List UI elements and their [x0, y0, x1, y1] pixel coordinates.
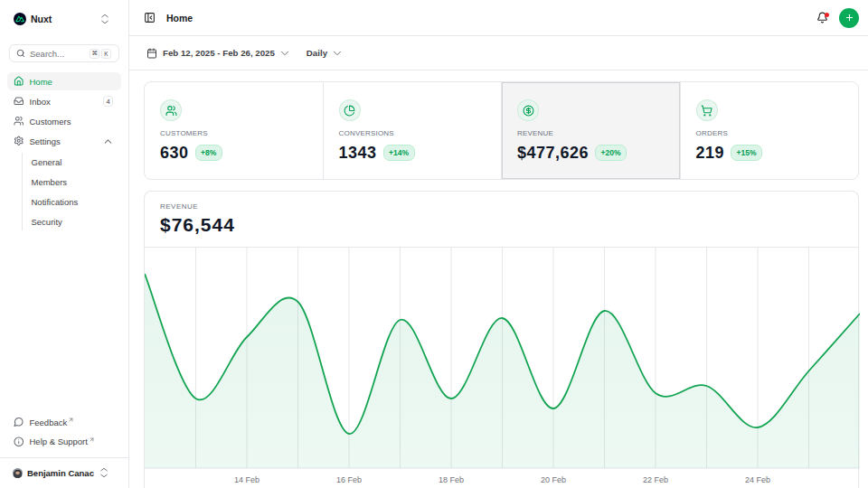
svg-text:14 Feb: 14 Feb	[234, 475, 259, 484]
svg-text:22 Feb: 22 Feb	[643, 475, 668, 484]
svg-text:20 Feb: 20 Feb	[541, 475, 566, 484]
svg-text:16 Feb: 16 Feb	[336, 475, 362, 484]
svg-text:24 Feb: 24 Feb	[745, 475, 770, 484]
svg-text:18 Feb: 18 Feb	[439, 475, 464, 484]
